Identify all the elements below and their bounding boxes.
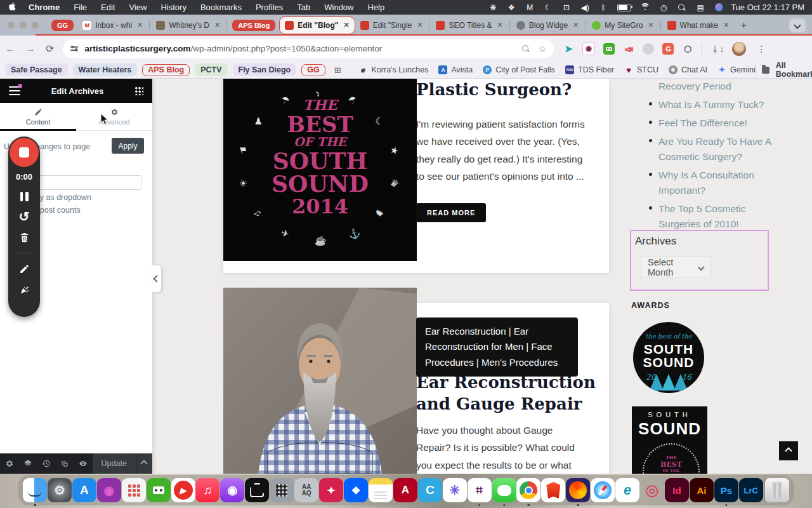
preview-eye-icon[interactable]: [74, 459, 93, 468]
post-title[interactable]: Ear Reconstruction and Gauge Repair: [416, 372, 606, 415]
dock-finder-icon[interactable]: [23, 478, 47, 502]
bookmark-water-heaters[interactable]: Water Heaters: [73, 64, 138, 76]
dock-dropbox-icon[interactable]: ❖: [344, 478, 368, 502]
tab-content[interactable]: Content: [0, 103, 76, 130]
dock-launchpad-icon[interactable]: [122, 478, 146, 502]
battery-icon[interactable]: [617, 3, 631, 12]
sidebar-post-link[interactable]: Feel The Difference!: [658, 116, 776, 131]
tab-advanced[interactable]: Advanced: [76, 103, 152, 130]
post-category-tags[interactable]: Ear Reconstruction | Ear Reconstruction …: [416, 318, 578, 377]
malwarebytes-icon[interactable]: M: [525, 3, 534, 12]
settings-icon[interactable]: [0, 459, 18, 468]
volume-icon[interactable]: ◀): [580, 3, 589, 12]
bookmark-pctv[interactable]: PCTV: [195, 64, 227, 76]
forward-button[interactable]: →: [25, 43, 36, 55]
bookmark-gemini[interactable]: ✦Gemini: [717, 65, 756, 74]
new-tab-button[interactable]: +: [740, 19, 747, 32]
restart-recording-button[interactable]: ↺: [19, 211, 30, 222]
menu-item-profiles[interactable]: Profiles: [256, 3, 283, 12]
navigator-layers-icon[interactable]: [18, 459, 37, 468]
tab-group-chip-aps-blog[interactable]: APS Blog: [232, 20, 275, 31]
archives-widget-selected[interactable]: Archives Select Month: [630, 230, 769, 291]
sidebar-post-link[interactable]: The Top 5 Cosmetic Surgeries of 2010!: [658, 201, 776, 231]
camera-extension-icon[interactable]: [582, 43, 595, 55]
moon-icon[interactable]: ☾: [544, 3, 553, 12]
bookmark-safe-passage[interactable]: Safe Passage: [5, 64, 68, 76]
bookmark-star-icon[interactable]: ☆: [539, 44, 547, 54]
dock-flower-app-icon[interactable]: ✳: [443, 478, 467, 502]
site-settings-icon[interactable]: [70, 46, 78, 50]
dock-chrome-icon[interactable]: [516, 478, 540, 502]
tab-close-icon[interactable]: ✕: [648, 21, 653, 29]
bookmark-chat-ai[interactable]: ✼Chat AI: [669, 65, 707, 74]
dock-app-store-icon[interactable]: A: [72, 478, 96, 502]
megaphone-extension-icon[interactable]: 📣︎: [623, 43, 634, 55]
display-settings-icon[interactable]: ❋: [488, 3, 497, 12]
bookmark-city-of-post-falls[interactable]: PCity of Post Falls: [483, 65, 555, 74]
browser-tab[interactable]: Whitney's D✕: [151, 17, 225, 34]
menu-item-window[interactable]: Window: [324, 3, 353, 12]
control-center-icon[interactable]: ▤: [696, 3, 705, 12]
dock-youtube-music-icon[interactable]: ▶: [171, 478, 195, 502]
g-extension-icon[interactable]: G: [662, 43, 674, 55]
tab-group-chip-gg[interactable]: GG: [51, 20, 74, 31]
best-of-south-sound-2014-image[interactable]: THEBESTOF THESOUTHSOUND2014♪☂☾★♛♞⚓☕✈♫☀⚑♟…: [223, 79, 417, 261]
panel-collapse-handle[interactable]: [152, 265, 161, 292]
bookmark-gg[interactable]: GG: [301, 64, 325, 76]
extensions-puzzle-icon[interactable]: ⬡: [682, 43, 693, 55]
zoom-window-button[interactable]: [32, 22, 39, 29]
menu-item-tab[interactable]: Tab: [297, 3, 310, 12]
dock-acrobat-icon[interactable]: A: [393, 478, 417, 502]
delete-recording-button[interactable]: [19, 232, 30, 243]
dock-red-rings-icon[interactable]: ◎: [640, 478, 664, 502]
dock-safari-icon[interactable]: [591, 478, 615, 502]
tab-close-icon[interactable]: ✕: [723, 21, 729, 29]
chrome-menu-icon[interactable]: ⋮: [757, 44, 766, 54]
disabled-extension-icon[interactable]: [643, 43, 654, 55]
month-select-dropdown[interactable]: Select Month: [641, 257, 710, 278]
browser-tab[interactable]: Edit "Blog"✕: [279, 17, 355, 34]
dock-podcasts-icon[interactable]: ◉: [220, 478, 244, 502]
dock-firefox-icon[interactable]: [566, 478, 590, 502]
sidebar-post-link[interactable]: Are You Ready To Have A Cosmetic Surgery…: [658, 134, 776, 164]
apple-icon[interactable]: [9, 3, 17, 12]
spotlight-icon[interactable]: [678, 3, 686, 12]
clock-icon[interactable]: ◷: [659, 3, 668, 12]
browser-tab[interactable]: SEO Titles &✕: [431, 17, 508, 34]
browser-tab[interactable]: Blog Widge✕: [511, 17, 584, 34]
reload-button[interactable]: ⟳: [46, 43, 54, 55]
dock-system-settings-icon[interactable]: ⚙: [48, 478, 72, 502]
sidebar-post-link[interactable]: What Is A Tummy Tuck?: [658, 97, 776, 112]
window-controls[interactable]: [8, 22, 39, 29]
tab-close-icon[interactable]: ✕: [137, 21, 143, 29]
history-icon[interactable]: [37, 459, 55, 468]
apply-button[interactable]: Apply: [112, 138, 144, 154]
bookmark-aps-blog[interactable]: APS Blog: [142, 64, 190, 76]
tab-close-icon[interactable]: ✕: [343, 21, 349, 29]
dock-trash-icon[interactable]: [765, 478, 789, 502]
bookmark-stcu[interactable]: ♥STCU: [624, 65, 658, 74]
dock-messages-icon[interactable]: [492, 478, 516, 502]
browser-tab[interactable]: Edit "Single✕: [355, 17, 428, 34]
tab-close-icon[interactable]: ✕: [573, 21, 579, 29]
dock-screenshot-icon[interactable]: [245, 478, 269, 502]
bookmark-korra-s-lunches[interactable]: ⸙Korra's Lunches: [359, 65, 429, 74]
effects-confetti-button[interactable]: [19, 284, 30, 295]
menu-item-file[interactable]: File: [74, 3, 87, 12]
dock-calculator-icon[interactable]: [270, 478, 294, 502]
dock-apple-music-icon[interactable]: ♫: [195, 478, 219, 502]
browser-tab[interactable]: My SiteGro✕: [587, 17, 658, 34]
tab-close-icon[interactable]: ✕: [497, 21, 503, 29]
bookmark-tds-fiber[interactable]: TDSTDS Fiber: [565, 65, 614, 74]
tab-close-icon[interactable]: ✕: [214, 21, 220, 29]
dropbox-icon[interactable]: ❖: [507, 3, 516, 12]
responsive-mode-icon[interactable]: [55, 459, 74, 468]
bookmark-fly-san-diego[interactable]: Fly San Diego: [233, 64, 297, 76]
back-button[interactable]: ←: [5, 43, 15, 55]
siri-icon[interactable]: [714, 3, 723, 12]
dock-indesign-icon[interactable]: Id: [665, 478, 689, 502]
post-title[interactable]: Plastic Surgeon?: [416, 80, 600, 99]
tab-close-icon[interactable]: ✕: [417, 21, 422, 29]
menu-item-chrome[interactable]: Chrome: [29, 3, 60, 12]
menu-item-edit[interactable]: Edit: [101, 3, 115, 12]
